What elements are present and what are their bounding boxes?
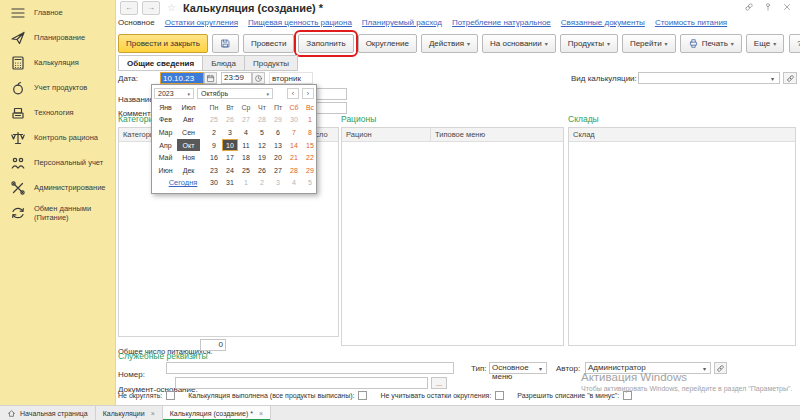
calendar-month[interactable]: Сен <box>177 126 200 139</box>
calendar-month[interactable]: Июн <box>154 164 177 177</box>
calendar-day[interactable]: 5 <box>302 177 318 190</box>
tab-1[interactable]: Блюда <box>202 55 245 71</box>
calendar-day[interactable]: 30 <box>206 177 222 190</box>
close-icon[interactable]: × <box>151 410 155 417</box>
calendar-day[interactable]: 7 <box>286 126 302 139</box>
calendar-day[interactable]: 10 <box>222 139 238 152</box>
checkbox-1[interactable] <box>358 391 367 400</box>
calendar-day[interactable]: 5 <box>254 126 270 139</box>
checkbox-0[interactable] <box>166 391 175 400</box>
save-button[interactable] <box>212 34 239 53</box>
rations-table[interactable]: Рацион Типовое меню <box>341 127 564 346</box>
pin-icon[interactable] <box>763 2 773 12</box>
taskbar-tab-1[interactable]: Калькуляции× <box>96 406 163 420</box>
calendar-day[interactable]: 3 <box>270 177 286 190</box>
toolbar-button-6[interactable]: На основании▾ <box>482 34 556 53</box>
taskbar-tab-2[interactable]: Калькуляция (создание) *× <box>163 406 271 420</box>
sidebar-item-7[interactable]: Администрирование <box>0 175 115 200</box>
calendar-month[interactable]: Апр <box>154 139 177 152</box>
date-input[interactable]: 10.10.23 <box>160 72 204 84</box>
calendar-day[interactable]: 17 <box>222 151 238 164</box>
month-select[interactable]: Октябрь▾ <box>197 88 273 99</box>
toolbar-button-4[interactable]: Округление <box>358 34 417 53</box>
help-button[interactable]: ? <box>789 34 800 53</box>
calendar-day[interactable]: 29 <box>270 114 286 127</box>
calc-kind-open-button[interactable] <box>783 72 797 84</box>
calendar-month[interactable]: Окт <box>177 139 200 152</box>
calendar-day[interactable]: 27 <box>270 164 286 177</box>
toolbar-button-2[interactable]: Провести <box>243 34 294 53</box>
toolbar-button-0[interactable]: Провести и закрыть <box>118 34 208 53</box>
tab-0[interactable]: Общие сведения <box>118 55 203 71</box>
checkbox-2[interactable] <box>495 391 504 400</box>
calendar-day[interactable]: 11 <box>238 139 254 152</box>
goto-button[interactable]: Перейти▾ <box>622 34 676 53</box>
calendar-day[interactable]: 29 <box>302 164 318 177</box>
close-icon[interactable]: × <box>259 410 263 417</box>
nav-link-0[interactable]: Основное <box>118 18 155 27</box>
prev-month-button[interactable]: ‹ <box>287 88 299 99</box>
toolbar-button-3[interactable]: Заполнить <box>298 34 353 53</box>
calendar-day[interactable]: 20 <box>270 151 286 164</box>
calendar-day[interactable]: 13 <box>270 139 286 152</box>
sidebar-item-0[interactable]: Главное <box>0 0 115 25</box>
calendar-day[interactable]: 15 <box>302 139 318 152</box>
calendar-month[interactable]: Авг <box>177 114 200 127</box>
calendar-month[interactable]: Мар <box>154 126 177 139</box>
calendar-day[interactable]: 2 <box>254 177 270 190</box>
clock-button[interactable] <box>252 72 265 84</box>
tab-2[interactable]: Продукты <box>244 55 298 71</box>
calendar-day[interactable]: 8 <box>302 126 318 139</box>
checkbox-3[interactable] <box>623 391 632 400</box>
taskbar-tab-0[interactable]: Начальная страница <box>0 406 96 420</box>
more-button[interactable]: Еще▾ <box>746 34 784 53</box>
toolbar-button-5[interactable]: Действия▾ <box>421 34 478 53</box>
nav-link-5[interactable]: Связанные документы <box>561 18 645 27</box>
calendar-day[interactable]: 3 <box>222 126 238 139</box>
sidebar-item-1[interactable]: Планирование <box>0 25 115 50</box>
nav-link-2[interactable]: Пищевая ценность рациона <box>248 18 352 27</box>
calendar-day[interactable]: 30 <box>286 114 302 127</box>
calendar-day[interactable]: 12 <box>254 139 270 152</box>
calendar-day[interactable]: 24 <box>222 164 238 177</box>
calendar-day[interactable]: 26 <box>222 114 238 127</box>
back-button[interactable]: ← <box>120 1 138 15</box>
number-input[interactable] <box>166 362 454 374</box>
calendar-day[interactable]: 21 <box>286 151 302 164</box>
nav-link-6[interactable]: Стоимость питания <box>655 18 727 27</box>
calendar-day[interactable]: 4 <box>238 126 254 139</box>
calendar-month[interactable]: Ноя <box>177 151 200 164</box>
nav-link-4[interactable]: Потребление натуральное <box>452 18 551 27</box>
next-month-button[interactable]: › <box>302 88 314 99</box>
link-icon[interactable] <box>744 2 754 12</box>
calendar-day[interactable]: 1 <box>302 114 318 127</box>
calendar-day[interactable]: 26 <box>254 164 270 177</box>
calendar-day[interactable]: 19 <box>254 151 270 164</box>
calendar-button[interactable] <box>204 72 217 84</box>
calendar-month[interactable]: Дек <box>177 164 200 177</box>
calendar-day[interactable]: 1 <box>238 177 254 190</box>
chevron-down-icon[interactable]: ▾ <box>771 75 774 82</box>
calendar-day[interactable]: 16 <box>206 151 222 164</box>
sidebar-item-4[interactable]: Технология <box>0 100 115 125</box>
calendar-day[interactable]: 9 <box>206 139 222 152</box>
calendar-day[interactable]: 27 <box>238 114 254 127</box>
sidebar-item-5[interactable]: Контроль рациона <box>0 125 115 150</box>
base-doc-pick-button[interactable]: ... <box>431 377 447 389</box>
calc-kind-input[interactable] <box>638 72 780 84</box>
sidebar-item-2[interactable]: Калькуляция <box>0 50 115 75</box>
toolbar-button-8[interactable]: Печать▾ <box>680 34 742 53</box>
chevron-down-icon[interactable]: ▾ <box>539 365 542 372</box>
calendar-day[interactable]: 23 <box>206 164 222 177</box>
nav-link-1[interactable]: Остатки округления <box>165 18 238 27</box>
calendar-day[interactable]: 2 <box>206 126 222 139</box>
sidebar-item-6[interactable]: Персональный учет <box>0 150 115 175</box>
close-icon[interactable] <box>782 2 792 12</box>
calendar-day[interactable]: 31 <box>222 177 238 190</box>
sidebar-item-3[interactable]: Учет продуктов <box>0 75 115 100</box>
sidebar-item-8[interactable]: Обмен данными (Питание) <box>0 200 115 225</box>
nav-link-3[interactable]: Планируемый расход <box>362 18 442 27</box>
calendar-month[interactable]: Фев <box>154 114 177 127</box>
calendar-day[interactable]: 28 <box>254 114 270 127</box>
calendar-day[interactable]: 25 <box>206 114 222 127</box>
